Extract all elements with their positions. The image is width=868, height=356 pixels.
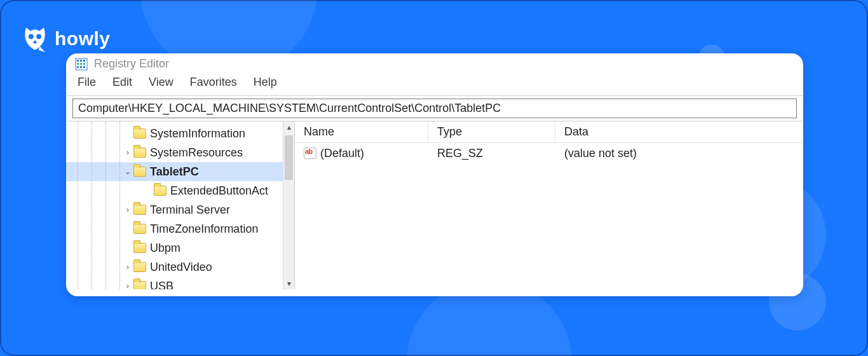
address-input[interactable] [72,99,797,118]
menu-edit[interactable]: Edit [112,76,132,89]
chevron-right-icon[interactable]: › [123,205,132,214]
tree-item[interactable]: ›TimeZoneInformation [66,219,294,238]
registry-tree[interactable]: ›SystemInformation›SystemResources⌄Table… [66,121,294,289]
tree-item-label: UnitedVideo [150,261,212,274]
values-pane: Name Type Data (Default)REG_SZ(value not… [295,121,803,289]
tree-scrollbar[interactable]: ▴ ▾ [283,121,294,289]
folder-icon [154,186,166,196]
tree-item-label: Terminal Server [150,203,230,217]
tree-item-label: TabletPC [150,165,199,179]
menu-file[interactable]: File [78,76,96,89]
svg-rect-10 [80,66,82,68]
svg-rect-9 [77,66,79,68]
svg-rect-11 [83,66,85,68]
tree-item-label: ExtendedButtonAct [170,184,268,198]
tree-item-label: SystemResources [150,146,243,160]
chevron-right-icon[interactable]: › [123,148,132,157]
menu-favorites[interactable]: Favorites [190,76,237,89]
reg-string-icon [304,147,316,159]
tree-item[interactable]: ›UnitedVideo [66,257,294,277]
scroll-down-icon[interactable]: ▾ [283,278,294,289]
values-header: Name Type Data [295,121,803,143]
tree-item-label: SystemInformation [150,127,245,140]
svg-point-0 [29,34,34,39]
tree-item[interactable]: ›ExtendedButtonAct [66,181,294,200]
value-data: (value not set) [555,143,803,164]
svg-rect-3 [77,60,79,62]
owl-icon [22,25,48,52]
folder-icon [133,243,146,253]
folder-icon [133,205,146,215]
column-data[interactable]: Data [555,121,803,143]
scroll-up-icon[interactable]: ▴ [283,121,294,133]
registry-editor-window: Registry Editor File Edit View Favorites… [66,53,803,296]
folder-icon [133,128,146,139]
chevron-down-icon[interactable]: ⌄ [123,167,132,176]
brand-logo: howly [22,25,111,52]
menu-help[interactable]: Help [254,76,277,89]
column-type[interactable]: Type [428,121,555,143]
scroll-track[interactable] [283,133,294,278]
chevron-right-icon[interactable]: › [123,282,132,289]
chevron-right-icon[interactable]: › [123,263,132,271]
tree-pane: ›SystemInformation›SystemResources⌄Table… [66,121,295,289]
tree-item[interactable]: ›Terminal Server [66,200,294,219]
column-name[interactable]: Name [295,121,428,143]
tree-item-label: USB [150,280,173,290]
value-row[interactable]: (Default)REG_SZ(value not set) [295,143,803,164]
brand-name: howly [55,28,111,50]
value-name: (Default) [320,147,364,160]
tree-item[interactable]: ›USB [66,277,294,289]
tree-item[interactable]: ⌄TabletPC [66,162,294,181]
svg-rect-4 [80,60,82,62]
folder-icon [133,224,146,234]
values-rows: (Default)REG_SZ(value not set) [295,143,803,164]
svg-point-1 [36,34,41,39]
menu-view[interactable]: View [149,76,173,89]
tree-item[interactable]: ›SystemResources [66,143,294,162]
folder-icon [133,281,146,289]
svg-rect-8 [83,63,85,65]
titlebar: Registry Editor [66,53,803,72]
folder-icon [133,167,146,177]
svg-rect-7 [80,63,82,65]
tree-item[interactable]: ›Ubpm [66,238,294,257]
window-title: Registry Editor [94,57,169,71]
tree-item-label: Ubpm [150,242,180,255]
tree-item-label: TimeZoneInformation [150,222,258,236]
value-type: REG_SZ [428,143,555,164]
regedit-icon [75,58,88,71]
folder-icon [133,147,146,158]
tree-item[interactable]: ›SystemInformation [66,124,294,143]
address-bar [66,95,803,121]
menubar: File Edit View Favorites Help [66,72,803,95]
scroll-thumb[interactable] [285,135,293,180]
svg-rect-6 [77,63,79,65]
svg-rect-5 [83,60,85,62]
folder-icon [133,262,146,272]
